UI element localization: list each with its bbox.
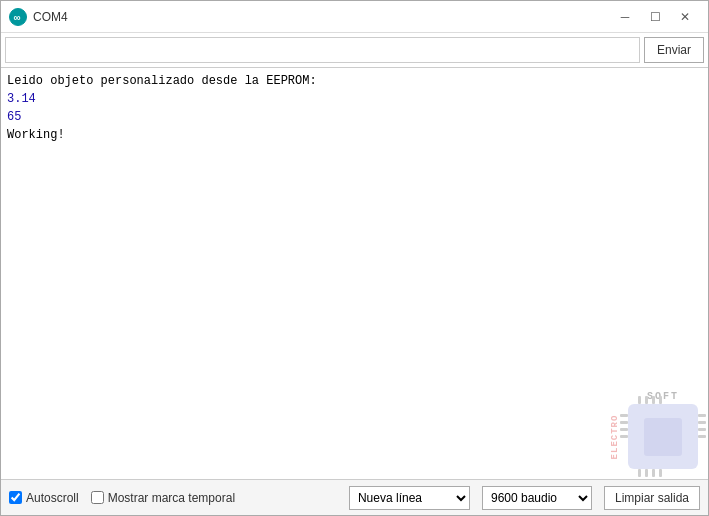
window-title: COM4 bbox=[33, 10, 610, 24]
pin bbox=[698, 435, 706, 438]
watermark-electro-text: ELECTRO bbox=[610, 414, 620, 459]
pin bbox=[659, 469, 662, 477]
pin bbox=[645, 469, 648, 477]
title-bar: ∞ COM4 ─ ☐ ✕ bbox=[1, 1, 708, 33]
pin bbox=[652, 469, 655, 477]
window-controls: ─ ☐ ✕ bbox=[610, 2, 700, 32]
autoscroll-text: Autoscroll bbox=[26, 491, 79, 505]
chip-pins-bottom bbox=[638, 469, 662, 477]
timestamp-label[interactable]: Mostrar marca temporal bbox=[91, 491, 235, 505]
svg-text:∞: ∞ bbox=[14, 12, 21, 23]
chip-inner bbox=[644, 418, 682, 456]
close-button[interactable]: ✕ bbox=[670, 2, 700, 32]
send-button[interactable]: Enviar bbox=[644, 37, 704, 63]
baud-select[interactable]: 300 baudio 1200 baudio 2400 baudio 4800 … bbox=[482, 486, 592, 510]
pin bbox=[638, 396, 641, 404]
watermark: SOFT ELECTRO bbox=[628, 391, 698, 469]
watermark-xtion-text: XTION bbox=[706, 420, 708, 452]
chip-pins-left bbox=[620, 414, 628, 438]
pin bbox=[620, 428, 628, 431]
arduino-icon: ∞ bbox=[9, 8, 27, 26]
pin bbox=[698, 421, 706, 424]
pin bbox=[645, 396, 648, 404]
timestamp-checkbox[interactable] bbox=[91, 491, 104, 504]
pin bbox=[698, 428, 706, 431]
clear-button[interactable]: Limpiar salida bbox=[604, 486, 700, 510]
autoscroll-checkbox[interactable] bbox=[9, 491, 22, 504]
output-line-2: 65 bbox=[7, 108, 702, 126]
pin bbox=[659, 396, 662, 404]
pin bbox=[652, 396, 655, 404]
input-bar: Enviar bbox=[1, 33, 708, 68]
autoscroll-label[interactable]: Autoscroll bbox=[9, 491, 79, 505]
output-line-3: Working! bbox=[7, 126, 702, 144]
main-window: ∞ COM4 ─ ☐ ✕ Enviar Leido objeto persona… bbox=[0, 0, 709, 516]
pin bbox=[638, 469, 641, 477]
serial-input[interactable] bbox=[5, 37, 640, 63]
output-line-1: 3.14 bbox=[7, 90, 702, 108]
pin bbox=[620, 435, 628, 438]
minimize-button[interactable]: ─ bbox=[610, 2, 640, 32]
maximize-button[interactable]: ☐ bbox=[640, 2, 670, 32]
pin bbox=[620, 421, 628, 424]
watermark-chip bbox=[628, 404, 698, 469]
timestamp-text: Mostrar marca temporal bbox=[108, 491, 235, 505]
output-line-0: Leido objeto personalizado desde la EEPR… bbox=[7, 72, 702, 90]
watermark-soft-text: SOFT bbox=[647, 391, 679, 402]
pin bbox=[698, 414, 706, 417]
chip-pins-right bbox=[698, 414, 706, 438]
status-bar: Autoscroll Mostrar marca temporal Nueva … bbox=[1, 479, 708, 515]
chip-pins-top bbox=[638, 396, 662, 404]
pin bbox=[620, 414, 628, 417]
newline-select[interactable]: Nueva línea Sin fin de línea Retorno de … bbox=[349, 486, 470, 510]
output-area: Leido objeto personalizado desde la EEPR… bbox=[1, 68, 708, 479]
